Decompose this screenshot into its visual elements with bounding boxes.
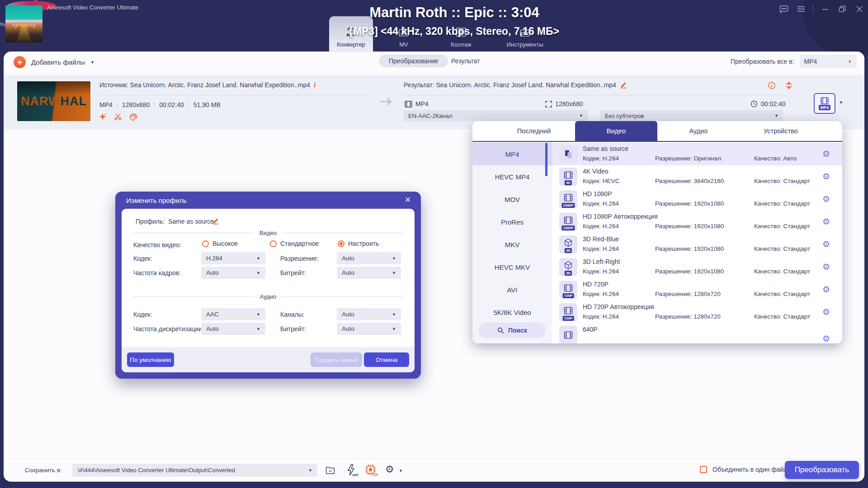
sidebar-item-avi[interactable]: AVI — [472, 278, 552, 301]
tab-conversion[interactable]: Преобразование — [379, 55, 448, 67]
minimize-button[interactable] — [820, 4, 830, 14]
gpu-on-icon[interactable]: ON — [364, 464, 377, 476]
video-codec-select[interactable]: H.264▼ — [201, 252, 265, 264]
tab-result[interactable]: Результат — [451, 55, 480, 67]
app-title: Aiseesoft Video Converter Ultimate — [47, 4, 138, 11]
gear-icon[interactable]: ⚙ — [822, 239, 830, 249]
result-duration: 00:02:40 — [750, 100, 786, 108]
edit-icon[interactable] — [620, 81, 627, 89]
create-new-button[interactable]: Создать новый — [311, 352, 362, 367]
framerate-select[interactable]: Auto▼ — [201, 267, 265, 279]
format-item-3d-red-blue[interactable]: 3D 3D Red-Blue Кодек: H.264 Разрешение: … — [552, 233, 842, 256]
sidebar-item-mkv[interactable]: MKV — [472, 233, 552, 256]
audio-bitrate-select[interactable]: Auto▼ — [337, 323, 401, 335]
chevron-down-icon: ▼ — [392, 256, 396, 261]
cancel-button[interactable]: Отмена — [364, 352, 409, 367]
info-icon[interactable]: i — [314, 81, 316, 89]
format-item-4k[interactable]: 4K 4K Video Кодек: HEVC Разрешение: 3840… — [552, 165, 842, 188]
chevron-down-icon: ▼ — [256, 271, 260, 275]
tab-converter-label: Конвертер — [337, 41, 365, 48]
search-icon — [497, 327, 504, 334]
dialog-title: Изменить профиль — [126, 197, 187, 204]
album-art: synthcity — [5, 5, 42, 42]
format-item-same-as-source[interactable]: Same as source Кодек: H.264 Разрешение: … — [552, 143, 842, 165]
gear-icon[interactable]: ⚙ — [822, 194, 830, 204]
file-tools — [99, 113, 137, 121]
format-item-1080p-auto[interactable]: 1080P HD 1080P Автокоррекция Кодек: H.26… — [552, 211, 842, 233]
speed-off-icon[interactable]: OFF — [345, 464, 357, 476]
chevron-down-icon[interactable]: ▼ — [399, 469, 403, 473]
sidebar-item-mov[interactable]: MOV — [472, 188, 552, 211]
chevron-down-icon[interactable]: ▼ — [308, 468, 312, 473]
chevron-down-icon[interactable]: ▼ — [839, 100, 843, 105]
sidebar-item-5k8k[interactable]: 5K/8K Video — [472, 301, 552, 324]
tune-icon[interactable] — [785, 81, 793, 89]
gear-icon[interactable]: ⚙ — [822, 216, 830, 226]
film-icon: 720P — [559, 303, 577, 321]
film-icon: 1080P — [559, 213, 577, 231]
format-item-3d-left-right[interactable]: 3D 3D Left-Right Кодек: H.264 Разрешение… — [552, 256, 842, 278]
radio-standard[interactable]: Стандартное — [270, 240, 319, 247]
sidebar-item-hevc-mp4[interactable]: HEVC MP4 — [472, 165, 552, 188]
gear-icon[interactable]: ⚙ — [822, 307, 830, 317]
format-item-720p-auto[interactable]: 720P HD 720P Автокоррекция Кодек: H.264 … — [552, 301, 842, 324]
subtitle-select[interactable]: Без субтитров ▼ — [600, 110, 783, 121]
convert-all-label: Преобразовать все в: — [731, 58, 794, 65]
format-item-720p[interactable]: 720P HD 720P Кодек: H.264 Разрешение: 12… — [552, 278, 842, 301]
gear-icon[interactable]: ⚙ — [822, 284, 830, 294]
audio-track-select[interactable]: EN-AAC-2Канал ▼ — [404, 110, 588, 121]
resolution-select[interactable]: Auto▼ — [337, 252, 401, 264]
gear-icon[interactable]: ⚙ — [822, 149, 830, 159]
video-section-divider: Видео — [133, 230, 403, 236]
sidebar-item-mp4[interactable]: MP4 — [472, 143, 552, 165]
format-item-640p[interactable]: 640P ⚙ — [552, 324, 842, 343]
gear-icon[interactable]: ⚙ — [822, 262, 830, 272]
radio-high[interactable]: Высокое — [202, 240, 238, 247]
edit-icon[interactable] — [212, 217, 220, 225]
cut-icon[interactable] — [114, 113, 122, 121]
sidebar-item-prores[interactable]: ProRes — [472, 211, 552, 233]
format-badge: MP4 — [819, 105, 831, 110]
output-format-button[interactable]: MP4 — [814, 93, 835, 114]
tab-video[interactable]: Видео — [575, 121, 657, 141]
chevron-down-icon: ▼ — [90, 60, 94, 65]
feedback-icon[interactable] — [778, 4, 789, 14]
save-path-input[interactable] — [72, 464, 317, 477]
format-item-1080p[interactable]: 1080P HD 1080P Кодек: H.264 Разрешение: … — [552, 188, 842, 211]
sidebar-scrollbar[interactable] — [545, 143, 547, 176]
default-button[interactable]: По умолчанию — [127, 352, 174, 367]
source-filename: Источник: Sea Unicorn. Arctic. Franz Jos… — [99, 81, 316, 89]
settings-gear-icon[interactable]: ⚙ — [385, 464, 394, 475]
expand-icon — [545, 101, 552, 108]
divider — [99, 95, 370, 95]
close-icon[interactable]: ✕ — [403, 195, 413, 205]
convert-button[interactable]: Преобразовать — [785, 461, 859, 479]
gear-icon[interactable]: ⚙ — [822, 171, 830, 181]
overlay-track-info: [MP3] <44 kHz, 320 kbps, Stereo, 7,16 МБ… — [349, 25, 559, 38]
audio-codec-select[interactable]: AAC▼ — [201, 308, 265, 320]
samplerate-select[interactable]: Auto▼ — [201, 323, 265, 335]
channels-select[interactable]: Auto▼ — [337, 308, 401, 320]
album-art-label: synthcity — [5, 22, 42, 28]
convert-all-select[interactable]: MP4 ▼ — [800, 55, 857, 68]
merge-checkbox[interactable] — [700, 466, 707, 473]
sidebar-item-hevc-mkv[interactable]: HEVC MKV — [472, 256, 552, 278]
tab-audio[interactable]: Аудио — [657, 121, 740, 141]
maximize-button[interactable] — [837, 4, 848, 14]
tab-device[interactable]: Устройство — [740, 121, 822, 141]
video-bitrate-select[interactable]: Auto▼ — [337, 267, 401, 279]
open-folder-icon[interactable] — [325, 465, 336, 476]
gear-icon[interactable]: ⚙ — [822, 333, 830, 343]
palette-icon[interactable] — [129, 113, 137, 121]
result-info-icon[interactable] — [768, 81, 776, 89]
add-files-button[interactable]: + Добавить файлы ▼ — [14, 56, 94, 68]
format-panel-tabs: Последний Видео Аудио Устройство — [493, 121, 822, 141]
tab-recent[interactable]: Последний — [493, 121, 575, 141]
effects-icon[interactable] — [99, 113, 107, 121]
cube-icon: 3D — [559, 235, 577, 253]
search-button[interactable]: Поиск — [478, 323, 546, 338]
close-icon[interactable] — [854, 4, 865, 14]
radio-custom[interactable]: Настроить — [338, 240, 379, 247]
thumb-title: NARW — [21, 94, 61, 108]
menu-icon[interactable] — [796, 4, 807, 14]
